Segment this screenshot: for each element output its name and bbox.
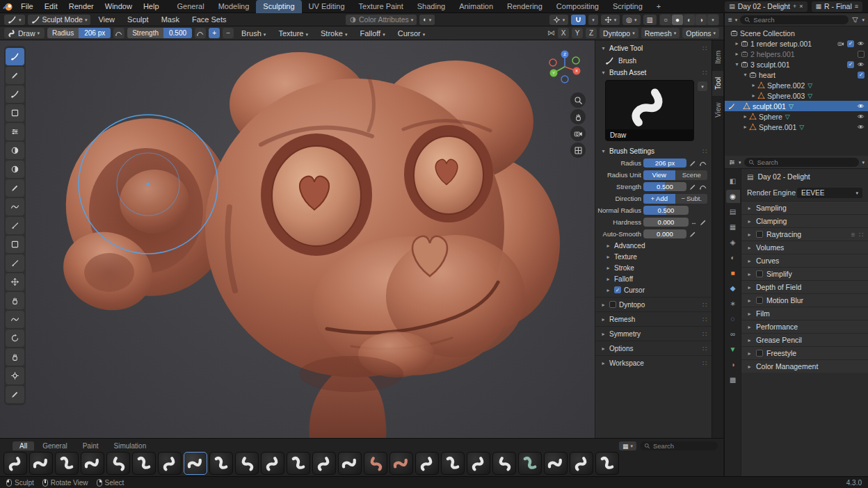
mode-selector[interactable]: Sculpt Mode▾ [28, 15, 91, 25]
view-layer-options-icon[interactable]: ≡ [855, 3, 858, 10]
pivot-point-dropdown[interactable]: ▾ [549, 15, 569, 25]
section-volumes[interactable]: ▸Volumes [741, 241, 868, 254]
mirror-y-button[interactable]: Y [572, 28, 583, 38]
menu-texture[interactable]: Texture ▾ [273, 29, 313, 38]
grip-icon[interactable]: ∷ [702, 301, 707, 309]
section-simplify[interactable]: ▸Simplify [741, 267, 868, 280]
grip-icon[interactable]: ∷ [859, 231, 863, 238]
grip-icon[interactable]: ∷ [702, 44, 707, 52]
options-dropdown[interactable]: Options▾ [682, 28, 719, 38]
properties-editor-icon[interactable] [728, 158, 736, 166]
panel-symmetry[interactable]: ▸Symmetry∷ [595, 328, 712, 339]
outliner-row-sphere-003[interactable]: ▸ Sphere.003 ▽ [725, 90, 868, 101]
raytracing-checkbox[interactable] [756, 231, 763, 238]
panel-workspace[interactable]: ▸Workspace∷ [595, 357, 712, 368]
brush-thumbnail[interactable] [3, 452, 27, 475]
tool-blob-button[interactable] [6, 161, 24, 178]
new-scene-button[interactable]: + [793, 3, 796, 10]
menu-edit[interactable]: Edit [39, 0, 63, 13]
edit-icon[interactable] [689, 183, 697, 191]
grip-icon[interactable]: ∷ [702, 330, 707, 338]
section-grease-pencil[interactable]: ▸Grease Pencil [741, 333, 868, 346]
tab-tool[interactable]: ◧ [726, 174, 740, 188]
menu-mask[interactable]: Mask [156, 15, 184, 24]
brush-asset-panel-header[interactable]: ▾ Brush Asset ∷ [595, 67, 712, 79]
brush-thumbnail[interactable] [415, 452, 439, 475]
brush-thumbnail[interactable] [338, 452, 362, 475]
workspace-tab-scripting[interactable]: Scripting [606, 0, 650, 13]
brush-thumbnail[interactable] [570, 452, 593, 475]
perspective-toggle-button[interactable] [570, 143, 586, 158]
brush-thumbnail[interactable] [467, 452, 490, 475]
subpanel-advanced[interactable]: ▸Advanced [595, 240, 712, 251]
color-fill-button[interactable]: ◐▾ [419, 15, 435, 25]
gizmo-z-label[interactable]: Z [563, 52, 566, 56]
edit-icon[interactable] [689, 159, 697, 168]
properties-search-input[interactable] [757, 158, 855, 166]
section-freestyle[interactable]: ▸Freestyle [741, 346, 868, 359]
brush-thumbnail[interactable] [209, 452, 233, 475]
brush-thumbnail-active[interactable] [184, 452, 207, 475]
tab-render[interactable]: ◉ [726, 190, 740, 203]
grip-icon[interactable]: ∷ [702, 147, 707, 155]
shading-rendered-button[interactable]: ◑ [696, 15, 707, 25]
shelf-display-options[interactable]: ▦▾ [619, 441, 636, 450]
tool-snake-hook-button[interactable] [6, 330, 24, 347]
snapping-dropdown[interactable]: ▾ [588, 15, 598, 25]
radius-field[interactable]: Radius206 px [47, 28, 111, 38]
mirror-x-button[interactable]: X [558, 28, 569, 38]
brush-thumbnail[interactable] [312, 452, 336, 475]
tab-texture[interactable]: ▩ [726, 373, 740, 387]
tab-object[interactable]: ■ [726, 266, 740, 279]
tab-view[interactable]: View [712, 97, 724, 122]
outliner-editor-icon[interactable]: ≡ [728, 16, 732, 24]
menu-render[interactable]: Render [63, 0, 99, 13]
outliner-row-render-setup[interactable]: ▸ 1 render setup.001 ✓ [725, 38, 868, 49]
brush-thumbnail[interactable] [235, 452, 259, 475]
brush-thumbnail[interactable] [261, 452, 284, 475]
subpanel-cursor[interactable]: ▸✓Cursor [595, 284, 712, 295]
tool-crease-button[interactable] [6, 179, 24, 197]
tab-view-layer[interactable]: ▦ [726, 220, 740, 234]
color-attributes-dropdown[interactable]: Color Attributes▾ [346, 15, 417, 25]
workspace-tab-modeling[interactable]: Modeling [211, 0, 257, 13]
brush-asset-dropdown[interactable]: Draw▾ [4, 28, 45, 38]
workspace-tab-sculpting[interactable]: Sculpting [256, 0, 301, 13]
brush-thumbnail[interactable] [287, 452, 310, 475]
eye-icon[interactable] [857, 123, 865, 131]
zoom-button[interactable] [570, 92, 586, 108]
workspace-tab-general[interactable]: General [170, 0, 211, 13]
panel-remesh[interactable]: ▸Remesh∷ [595, 314, 712, 325]
brush-thumbnail[interactable] [55, 452, 79, 475]
menu-view[interactable]: View [93, 15, 120, 24]
tool-clay-button[interactable] [6, 86, 24, 103]
menu-cursor[interactable]: Cursor ▾ [393, 29, 431, 38]
section-sampling[interactable]: ▸Sampling [741, 201, 868, 214]
tab-tool[interactable]: Tool [712, 71, 724, 96]
collection-checkbox[interactable]: ✓ [847, 40, 854, 47]
gizmo-x-label[interactable]: X [575, 69, 578, 73]
expand-icon[interactable]: ▸ [750, 82, 757, 88]
shading-solid-button[interactable]: ● [672, 15, 683, 25]
workspace-tab-compositing[interactable]: Compositing [549, 0, 606, 13]
pan-button[interactable] [570, 109, 586, 124]
expand-icon[interactable]: ▸ [750, 92, 757, 99]
outliner-row-sphere[interactable]: ▸ Sphere ▽ [725, 111, 868, 122]
collapse-icon[interactable]: ▾ [734, 61, 740, 67]
direction-add-button[interactable]: + [209, 28, 220, 38]
menu-face-sets[interactable]: Face Sets [187, 15, 232, 24]
tool-pinch-button[interactable] [6, 273, 24, 291]
strength-pressure-toggle[interactable] [195, 28, 206, 38]
tool-fill-button[interactable] [6, 236, 24, 253]
workspace-tab-animation[interactable]: Animation [452, 0, 500, 13]
tool-layer-button[interactable] [6, 123, 24, 140]
brush-thumbnail[interactable] [106, 452, 130, 475]
shading-material-button[interactable]: ◐ [684, 15, 695, 25]
subpanel-falloff[interactable]: ▸Falloff [595, 273, 712, 284]
brush-asset-browse-button[interactable]: ▾ [698, 81, 707, 91]
tool-thumb-button[interactable] [6, 348, 24, 366]
tool-pose-button[interactable] [6, 367, 24, 384]
edit-icon[interactable] [689, 230, 697, 238]
section-performance[interactable]: ▸Performance [741, 320, 868, 333]
brush-thumbnail[interactable] [595, 452, 619, 475]
